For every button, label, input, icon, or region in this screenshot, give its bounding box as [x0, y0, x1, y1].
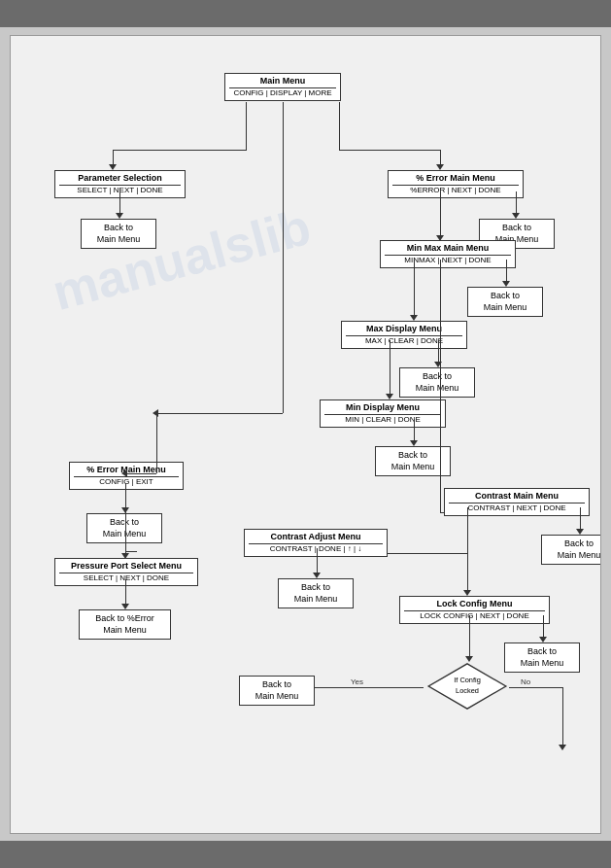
- pressure-port-buttons: SELECT | NEXT | DONE: [59, 573, 193, 583]
- line28: [509, 687, 562, 688]
- lock-config-title: Lock Config Menu: [404, 599, 545, 610]
- line16b: [156, 413, 157, 473]
- line5: [339, 102, 340, 151]
- param-sel-title: Parameter Selection: [59, 173, 181, 185]
- back-main8-box: Back toMain Menu: [278, 578, 354, 608]
- contrast-adjust-title: Contrast Adjust Menu: [249, 532, 383, 543]
- back-pct-error-box: Back to %ErrorMain Menu: [79, 609, 171, 640]
- back-main6-box: Back toMain Menu: [86, 513, 162, 543]
- pct-error-main-title: % Error Main Menu: [392, 173, 519, 185]
- back-main9-text: Back toMain Menu: [521, 646, 564, 668]
- line15: [283, 102, 284, 413]
- back-main6-text: Back toMain Menu: [103, 517, 147, 538]
- back-main3-text: Back toMain Menu: [484, 291, 527, 312]
- no-label: No: [521, 677, 530, 686]
- back-main9-box: Back toMain Menu: [504, 642, 580, 673]
- flowchart: Main Menu CONFIG | DISPLAY | MORE Parame…: [20, 46, 591, 823]
- minmax-box: Min Max Main Menu MINMAX | NEXT | DONE: [380, 240, 516, 268]
- line6: [339, 150, 441, 151]
- line26: [469, 615, 470, 659]
- bottom-bar: [0, 841, 611, 868]
- line23: [317, 548, 318, 575]
- line16: [156, 413, 283, 414]
- main-menu-buttons: CONFIG | DISPLAY | MORE: [229, 87, 336, 98]
- min-display-buttons: MIN | CLEAR | DONE: [324, 414, 441, 425]
- minmax-title: Min Max Main Menu: [385, 243, 511, 255]
- pct-error-main-buttons: %ERROR | NEXT | DONE: [392, 185, 519, 195]
- back-main5-text: Back toMain Menu: [391, 450, 435, 471]
- svg-text:If Config: If Config: [454, 676, 481, 684]
- pressure-port-box: Pressure Port Select Menu SELECT | NEXT …: [54, 558, 198, 586]
- contrast-adjust-buttons: CONTRAST | DONE | ↑ | ↓: [249, 543, 383, 554]
- contrast-adjust-box: Contrast Adjust Menu CONTRAST | DONE | ↑…: [244, 529, 388, 557]
- pct-error2-buttons: CONFIG | EXIT: [74, 476, 179, 487]
- back-main4-box: Back toMain Menu: [399, 367, 475, 398]
- main-menu-box: Main Menu CONFIG | DISPLAY | MORE: [224, 73, 341, 101]
- min-display-box: Min Display Menu MIN | CLEAR | DONE: [320, 399, 446, 428]
- pressure-port-title: Pressure Port Select Menu: [59, 561, 193, 573]
- back-main4-text: Back toMain Menu: [416, 371, 459, 393]
- back-main7-text: Back toMain Menu: [558, 538, 601, 560]
- line2: [113, 150, 247, 151]
- arrow11b: [121, 469, 127, 477]
- line18b: [125, 551, 137, 552]
- top-bar: [0, 0, 611, 27]
- line24: [467, 507, 468, 593]
- contrast-main-title: Contrast Main Menu: [449, 491, 585, 503]
- yes-label: Yes: [351, 677, 363, 686]
- max-display-box: Max Display Menu MAX | CLEAR | DONE: [341, 321, 467, 349]
- back-pct-error-text: Back to %ErrorMain Menu: [95, 613, 154, 635]
- line18c: [125, 483, 126, 556]
- line16c: [125, 473, 156, 474]
- svg-text:Locked: Locked: [456, 686, 479, 695]
- if-config-locked-diamond: If Config Locked: [424, 662, 511, 711]
- arrow11: [153, 409, 158, 417]
- back-main10-text: Back toMain Menu: [255, 679, 299, 701]
- line13: [390, 340, 390, 397]
- min-display-title: Min Display Menu: [324, 402, 441, 414]
- main-menu-title: Main Menu: [229, 76, 336, 87]
- line11: [414, 260, 415, 318]
- line19: [125, 579, 126, 607]
- minmax-buttons: MINMAX | NEXT | DONE: [385, 255, 511, 265]
- arrow23: [559, 745, 566, 750]
- back-main8-text: Back toMain Menu: [294, 582, 338, 604]
- line29: [562, 687, 563, 747]
- line20: [440, 260, 441, 512]
- contrast-main-box: Contrast Main Menu CONTRAST | NEXT | DON…: [444, 488, 590, 516]
- contrast-main-buttons: CONTRAST | NEXT | DONE: [449, 503, 585, 513]
- main-content: manualslib Main Menu CONFIG | DISPLAY | …: [10, 35, 601, 834]
- lock-config-box: Lock Config Menu LOCK CONFIG | NEXT | DO…: [399, 596, 550, 624]
- lock-config-buttons: LOCK CONFIG | NEXT | DONE: [404, 610, 545, 621]
- back-main3-box: Back toMain Menu: [467, 287, 543, 317]
- back-main7-box: Back toMain Menu: [541, 535, 601, 565]
- back-main1-text: Back toMain Menu: [97, 223, 141, 244]
- line9: [440, 191, 441, 238]
- max-display-title: Max Display Menu: [346, 324, 462, 335]
- back-main10-box: Back toMain Menu: [239, 676, 315, 706]
- max-display-buttons: MAX | CLEAR | DONE: [346, 335, 462, 346]
- line27: [312, 687, 424, 688]
- back-main1-box: Back toMain Menu: [81, 219, 156, 249]
- line1: [246, 102, 247, 151]
- pct-error-main-box: % Error Main Menu %ERROR | NEXT | DONE: [388, 170, 524, 198]
